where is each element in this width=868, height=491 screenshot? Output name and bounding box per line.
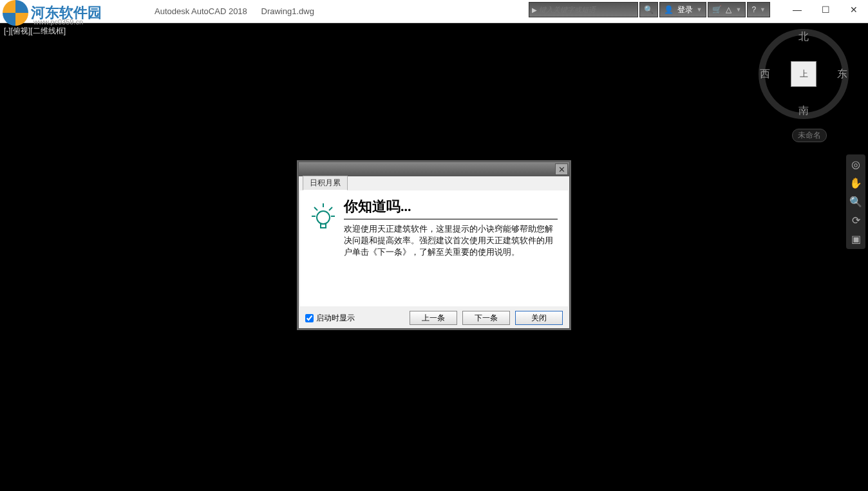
show-on-start-label: 启动时显示 <box>316 313 355 324</box>
compass-south[interactable]: 南 <box>798 104 809 118</box>
dialog-titlebar[interactable]: ✕ <box>299 162 569 176</box>
help-icon: ? <box>751 5 756 14</box>
titlebar-right: ▶ 🔍 👤 登录 ▼ 🛒 △ ▼ ? ▼ — ☐ ✕ <box>529 0 868 19</box>
viewcube-face-top[interactable]: 上 <box>791 61 816 87</box>
search-input[interactable] <box>539 6 635 14</box>
cart-icon[interactable]: 🛒 <box>712 5 722 14</box>
orbit-icon[interactable]: ⟳ <box>852 214 860 227</box>
dialog-close-button[interactable]: ✕ <box>555 163 568 175</box>
close-button[interactable]: ✕ <box>840 0 868 19</box>
logo-icon <box>3 0 28 26</box>
show-on-start-checkbox[interactable]: 启动时显示 <box>305 313 404 324</box>
show-on-start-input[interactable] <box>305 314 314 322</box>
viewcube[interactable]: 上 北 南 东 西 <box>759 29 849 119</box>
compass-west[interactable]: 西 <box>760 68 770 81</box>
app-name: Autodesk AutoCAD 2018 <box>155 6 247 16</box>
search-arrow-icon: ▶ <box>532 6 537 14</box>
search-button-panel: 🔍 <box>639 2 658 17</box>
minimize-button[interactable]: — <box>783 0 811 19</box>
svg-point-5 <box>317 211 330 224</box>
dialog-tab[interactable]: 日积月累 <box>303 176 348 190</box>
app-store-icon[interactable]: △ <box>726 5 731 14</box>
lightbulb-icon <box>310 202 336 300</box>
titlebar: 河东软件园 www.pc0359.cn Autodesk AutoCAD 201… <box>0 0 868 23</box>
tip-text: 欢迎使用天正建筑软件，这里提示的小诀窍能够帮助您解决问题和提高效率。强烈建议首次… <box>344 223 558 259</box>
logo-subtitle: www.pc0359.cn <box>33 18 83 26</box>
binoculars-icon[interactable]: 🔍 <box>644 5 654 14</box>
steering-wheel-icon[interactable]: ◎ <box>851 158 860 171</box>
tip-content: 你知道吗... 欢迎使用天正建筑软件，这里提示的小诀窍能够帮助您解决问题和提高效… <box>344 197 558 300</box>
chevron-down-icon: ▼ <box>735 6 741 13</box>
compass-north[interactable]: 北 <box>798 30 809 44</box>
exchange-panel: 🛒 △ ▼ <box>708 2 746 17</box>
dialog-tabbar: 日积月累 <box>299 176 569 189</box>
viewport-label[interactable]: [-][俯视][二维线框] <box>4 26 66 37</box>
help-panel[interactable]: ? ▼ <box>747 2 770 17</box>
dialog-footer: 启动时显示 上一条 下一条 关闭 <box>299 308 569 328</box>
watermark-logo: 河东软件园 www.pc0359.cn <box>0 0 102 26</box>
svg-line-2 <box>329 207 332 210</box>
prev-tip-button[interactable]: 上一条 <box>410 311 457 325</box>
showmotion-icon[interactable]: ▣ <box>851 233 861 245</box>
svg-line-1 <box>314 207 317 210</box>
person-icon: 👤 <box>664 5 674 14</box>
compass-east[interactable]: 东 <box>837 68 847 81</box>
tips-dialog: ✕ 日积月累 你知道吗... 欢迎使用天正建筑软件，这里提示的小诀窍能够帮助您解… <box>298 162 570 329</box>
next-tip-button[interactable]: 下一条 <box>462 311 510 325</box>
document-name: Drawing1.dwg <box>261 6 314 16</box>
pan-icon[interactable]: ✋ <box>849 177 862 189</box>
tip-heading: 你知道吗... <box>344 197 558 219</box>
close-dialog-button[interactable]: 关闭 <box>515 311 563 325</box>
dialog-body: 你知道吗... 欢迎使用天正建筑软件，这里提示的小诀窍能够帮助您解决问题和提高效… <box>300 190 568 306</box>
navigation-bar: ◎ ✋ 🔍 ⟳ ▣ <box>846 154 865 249</box>
window-title: Autodesk AutoCAD 2018 Drawing1.dwg <box>155 6 314 16</box>
account-panel[interactable]: 👤 登录 ▼ <box>659 2 707 17</box>
svg-rect-6 <box>321 224 326 228</box>
maximize-button[interactable]: ☐ <box>811 0 840 19</box>
zoom-icon[interactable]: 🔍 <box>849 196 862 208</box>
window-controls: — ☐ ✕ <box>783 0 868 19</box>
login-label: 登录 <box>677 5 693 15</box>
chevron-down-icon: ▼ <box>760 6 766 13</box>
chevron-down-icon: ▼ <box>697 6 703 13</box>
infocenter-search[interactable]: ▶ <box>529 2 638 17</box>
view-unnamed-button[interactable]: 未命名 <box>792 129 827 142</box>
